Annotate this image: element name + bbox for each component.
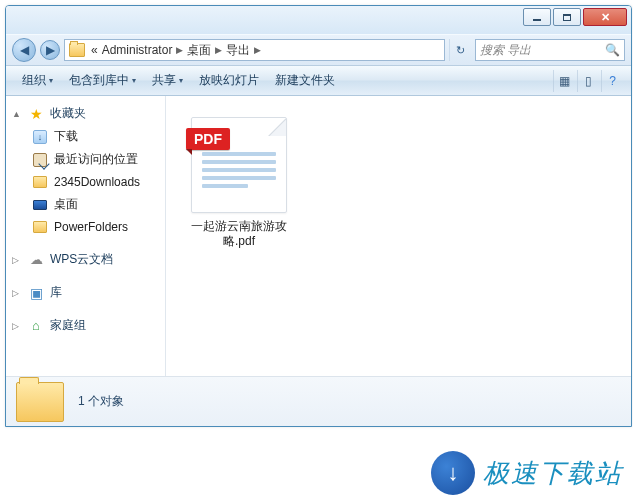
expand-icon: ▷ — [12, 321, 22, 331]
nav-item-downloads[interactable]: 下载 — [6, 125, 165, 148]
search-icon: 🔍 — [605, 43, 620, 57]
nav-label: 最近访问的位置 — [54, 151, 138, 168]
toolbar-label: 共享 — [152, 72, 176, 89]
recent-icon — [33, 153, 47, 167]
expand-icon: ▷ — [12, 288, 22, 298]
expand-icon: ▲ — [12, 109, 22, 119]
breadcrumb-prefix: « — [89, 43, 100, 57]
chevron-right-icon[interactable]: ▶ — [252, 45, 263, 55]
view-options-button[interactable]: ▦ — [553, 70, 575, 92]
new-folder-button[interactable]: 新建文件夹 — [267, 66, 343, 95]
toolbar: 组织▾ 包含到库中▾ 共享▾ 放映幻灯片 新建文件夹 ▦ ▯ ? — [6, 66, 631, 96]
nav-label: PowerFolders — [54, 220, 128, 234]
explorer-body: ▲ ★ 收藏夹 下载 最近访问的位置 2345Downloads 桌面 Powe… — [6, 96, 631, 376]
toolbar-label: 放映幻灯片 — [199, 72, 259, 89]
homegroup-icon: ⌂ — [28, 318, 44, 334]
folder-icon — [33, 221, 47, 233]
chevron-down-icon: ▾ — [179, 76, 183, 85]
nav-label: 下载 — [54, 128, 78, 145]
breadcrumb-seg[interactable]: 桌面 — [185, 42, 213, 59]
watermark-text: 极速下载站 — [483, 456, 623, 491]
nav-label: 家庭组 — [50, 317, 86, 334]
explorer-window: ✕ ◀ ▶ « Administrator ▶ 桌面 ▶ 导出 ▶ ↻ 搜索 导… — [5, 5, 632, 427]
expand-icon: ▷ — [12, 255, 22, 265]
include-library-button[interactable]: 包含到库中▾ — [61, 66, 144, 95]
folder-icon — [33, 176, 47, 188]
close-icon: ✕ — [601, 11, 610, 24]
status-bar: 1 个对象 — [6, 376, 631, 426]
star-icon: ★ — [28, 106, 44, 122]
file-thumbnail: PDF — [191, 117, 287, 213]
nav-label: 收藏夹 — [50, 105, 86, 122]
chevron-right-icon[interactable]: ▶ — [174, 45, 185, 55]
close-button[interactable]: ✕ — [583, 8, 627, 26]
nav-group-libraries: ▷ ▣ 库 — [6, 281, 165, 304]
file-item[interactable]: PDF 一起游云南旅游攻略.pdf — [180, 110, 298, 256]
download-icon — [33, 130, 47, 144]
watermark: 极速下载站 — [431, 451, 623, 495]
nav-group-homegroup: ▷ ⌂ 家庭组 — [6, 314, 165, 337]
breadcrumb-seg[interactable]: Administrator — [100, 43, 175, 57]
nav-label: WPS云文档 — [50, 251, 113, 268]
content-pane[interactable]: PDF 一起游云南旅游攻略.pdf — [166, 96, 631, 376]
chevron-down-icon: ▾ — [49, 76, 53, 85]
toolbar-label: 组织 — [22, 72, 46, 89]
toolbar-label: 包含到库中 — [69, 72, 129, 89]
slideshow-button[interactable]: 放映幻灯片 — [191, 66, 267, 95]
nav-item-2345downloads[interactable]: 2345Downloads — [6, 171, 165, 193]
refresh-button[interactable]: ↻ — [449, 39, 471, 61]
nav-header-homegroup[interactable]: ▷ ⌂ 家庭组 — [6, 314, 165, 337]
nav-item-recent[interactable]: 最近访问的位置 — [6, 148, 165, 171]
folder-icon — [69, 43, 85, 57]
nav-group-wps: ▷ ☁ WPS云文档 — [6, 248, 165, 271]
cloud-icon: ☁ — [28, 252, 44, 268]
search-input[interactable]: 搜索 导出 🔍 — [475, 39, 625, 61]
nav-label: 2345Downloads — [54, 175, 140, 189]
nav-label: 库 — [50, 284, 62, 301]
address-bar[interactable]: « Administrator ▶ 桌面 ▶ 导出 ▶ — [64, 39, 445, 61]
chevron-down-icon: ▾ — [132, 76, 136, 85]
address-row: ◀ ▶ « Administrator ▶ 桌面 ▶ 导出 ▶ ↻ 搜索 导出 … — [6, 34, 631, 66]
chevron-right-icon[interactable]: ▶ — [213, 45, 224, 55]
desktop-icon — [33, 200, 47, 210]
preview-pane-button[interactable]: ▯ — [577, 70, 599, 92]
nav-label: 桌面 — [54, 196, 78, 213]
help-button[interactable]: ? — [601, 70, 623, 92]
nav-group-favorites: ▲ ★ 收藏夹 下载 最近访问的位置 2345Downloads 桌面 Powe… — [6, 102, 165, 238]
nav-header-libraries[interactable]: ▷ ▣ 库 — [6, 281, 165, 304]
folder-icon — [16, 382, 64, 422]
toolbar-label: 新建文件夹 — [275, 72, 335, 89]
maximize-button[interactable] — [553, 8, 581, 26]
share-button[interactable]: 共享▾ — [144, 66, 191, 95]
nav-header-wps[interactable]: ▷ ☁ WPS云文档 — [6, 248, 165, 271]
nav-pane: ▲ ★ 收藏夹 下载 最近访问的位置 2345Downloads 桌面 Powe… — [6, 96, 166, 376]
nav-forward-button[interactable]: ▶ — [40, 40, 60, 60]
nav-item-desktop[interactable]: 桌面 — [6, 193, 165, 216]
minimize-button[interactable] — [523, 8, 551, 26]
pdf-badge: PDF — [186, 128, 230, 150]
refresh-icon: ↻ — [456, 44, 465, 57]
status-text: 1 个对象 — [78, 393, 124, 410]
library-icon: ▣ — [28, 285, 44, 301]
nav-item-powerfolders[interactable]: PowerFolders — [6, 216, 165, 238]
nav-back-button[interactable]: ◀ — [12, 38, 36, 62]
search-placeholder: 搜索 导出 — [480, 42, 531, 59]
watermark-logo-icon — [431, 451, 475, 495]
breadcrumb-seg[interactable]: 导出 — [224, 42, 252, 59]
file-name: 一起游云南旅游攻略.pdf — [187, 219, 291, 249]
titlebar: ✕ — [6, 6, 631, 34]
nav-header-favorites[interactable]: ▲ ★ 收藏夹 — [6, 102, 165, 125]
organize-button[interactable]: 组织▾ — [14, 66, 61, 95]
